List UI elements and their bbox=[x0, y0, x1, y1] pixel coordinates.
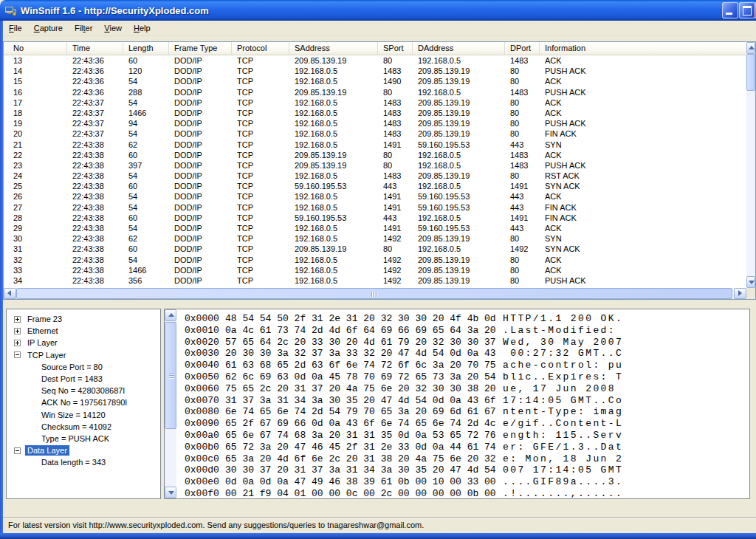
menu-item-filter[interactable]: Filter bbox=[69, 22, 98, 35]
column-header-time[interactable]: Time bbox=[67, 42, 123, 55]
window-bottom-border[interactable] bbox=[0, 533, 756, 539]
maximize-button[interactable] bbox=[739, 2, 755, 18]
cell-information: PUSH ACK bbox=[540, 160, 746, 171]
scroll-right-button[interactable] bbox=[734, 288, 746, 299]
hex-offset: 0x0000 bbox=[185, 313, 225, 325]
menu-item-view[interactable]: View bbox=[98, 22, 128, 35]
scroll-up-button[interactable] bbox=[746, 42, 755, 54]
cell-dport: 443 bbox=[505, 223, 540, 233]
scroll-up-button[interactable] bbox=[165, 309, 176, 321]
cell-length: 54 bbox=[123, 191, 169, 202]
tree-item[interactable]: Data Layer bbox=[7, 444, 160, 456]
table-row[interactable]: 3222:43:3854DOD/IPTCP192.168.0.51492209.… bbox=[4, 255, 746, 265]
tree-item[interactable]: Data length = 343 bbox=[7, 456, 160, 468]
hex-row: 0x009065 2f 67 69 66 0d 0a 43 6f 6e 74 6… bbox=[185, 418, 623, 430]
title-bar[interactable]: WinSniff 1.6 - http://SecurityXploded.co… bbox=[0, 0, 756, 21]
column-header-saddress[interactable]: SAddress bbox=[289, 42, 378, 55]
hex-row: 0x003020 30 30 3a 32 37 3a 33 32 20 47 4… bbox=[185, 348, 623, 360]
table-row[interactable]: 3422:43:38356DOD/IPTCP192.168.0.51492209… bbox=[4, 275, 746, 286]
hex-bytes: 00 21 f9 04 01 00 00 0c 00 2c 00 00 00 0… bbox=[225, 488, 503, 499]
tree-item[interactable]: TCP Layer bbox=[7, 349, 160, 361]
table-row[interactable]: 2022:43:3754DOD/IPTCP192.168.0.51483209.… bbox=[4, 128, 746, 139]
column-header-no[interactable]: No bbox=[4, 42, 67, 55]
up-arrow-icon bbox=[749, 46, 755, 49]
scroll-left-button[interactable] bbox=[4, 288, 16, 299]
hex-vertical-scrollbar[interactable] bbox=[165, 309, 176, 498]
table-row[interactable]: 3022:43:3862DOD/IPTCP192.168.0.51492209.… bbox=[4, 233, 746, 244]
table-row[interactable]: 3322:43:381466DOD/IPTCP192.168.0.5149220… bbox=[4, 265, 746, 275]
cell-time: 22:43:38 bbox=[67, 160, 123, 171]
column-header-length[interactable]: Length bbox=[123, 42, 169, 55]
window-left-border[interactable] bbox=[0, 21, 3, 533]
column-header-frame-type[interactable]: Frame Type bbox=[169, 42, 232, 55]
tree-item[interactable]: ACK No = 1975617890l bbox=[7, 396, 160, 408]
vscroll-thumb[interactable] bbox=[165, 322, 176, 429]
tree-item[interactable]: Dest Port = 1483 bbox=[7, 373, 160, 385]
tree-item[interactable]: Seq No = 4280308687l bbox=[7, 385, 160, 396]
table-row[interactable]: 1922:43:3794DOD/IPTCP192.168.0.51483209.… bbox=[4, 118, 746, 128]
table-row[interactable]: 1822:43:371466DOD/IPTCP192.168.0.5148320… bbox=[4, 108, 746, 118]
column-header-daddress[interactable]: DAddress bbox=[413, 42, 505, 55]
tree-item[interactable]: IP Layer bbox=[7, 337, 160, 349]
hex-bytes: 65 6e 67 74 68 3a 20 31 31 35 0d 0a 53 6… bbox=[225, 430, 503, 442]
tree-item[interactable]: Source Port = 80 bbox=[7, 361, 160, 373]
cell-protocol: TCP bbox=[232, 223, 289, 233]
table-row[interactable]: 3122:43:3860DOD/IPTCP209.85.139.1980192.… bbox=[4, 244, 746, 254]
table-row[interactable]: 1722:43:3754DOD/IPTCP192.168.0.51483209.… bbox=[4, 97, 746, 108]
table-row[interactable]: 1522:43:3654DOD/IPTCP192.168.0.51490209.… bbox=[4, 76, 746, 86]
window-title: WinSniff 1.6 - http://SecurityXploded.co… bbox=[21, 5, 209, 16]
cell-information: PUSH ACK bbox=[540, 118, 746, 128]
cell-frame-type: DOD/IP bbox=[169, 76, 232, 86]
menu-item-capture[interactable]: Capture bbox=[28, 22, 69, 35]
table-row[interactable]: 2722:43:3854DOD/IPTCP192.168.0.5149159.1… bbox=[4, 202, 746, 213]
table-row[interactable]: 2522:43:3860DOD/IPTCP59.160.195.53443192… bbox=[4, 181, 746, 191]
expand-icon[interactable] bbox=[14, 316, 21, 323]
tree-item[interactable]: Frame 23 bbox=[7, 313, 160, 325]
tree-item[interactable]: Win Size = 14120 bbox=[7, 409, 160, 421]
table-row[interactable]: 2622:43:3854DOD/IPTCP192.168.0.5149159.1… bbox=[4, 191, 746, 202]
table-row[interactable]: 2422:43:3854DOD/IPTCP192.168.0.51483209.… bbox=[4, 171, 746, 181]
table-row[interactable]: 1422:43:36120DOD/IPTCP192.168.0.51483209… bbox=[4, 66, 746, 76]
cell-sport: 1491 bbox=[378, 202, 413, 213]
table-row[interactable]: 1622:43:36288DOD/IPTCP209.85.139.1980192… bbox=[4, 87, 746, 97]
cell-saddress: 192.168.0.5 bbox=[289, 140, 378, 150]
cell-information: SYN bbox=[540, 140, 746, 150]
hex-ascii: 17:14:05 GMT..Co bbox=[503, 395, 623, 406]
hex-row: 0x00d030 30 37 20 31 37 3a 31 34 3a 30 3… bbox=[185, 464, 623, 476]
expand-icon[interactable] bbox=[14, 328, 21, 334]
list-horizontal-scrollbar[interactable] bbox=[4, 288, 746, 299]
column-header-protocol[interactable]: Protocol bbox=[232, 42, 289, 55]
cell-frame-type: DOD/IP bbox=[169, 202, 232, 213]
cell-no: 17 bbox=[4, 97, 67, 108]
column-header-sport[interactable]: SPort bbox=[378, 42, 413, 55]
tree-item[interactable]: Ethernet bbox=[7, 325, 160, 337]
column-header-dport[interactable]: DPort bbox=[505, 42, 540, 55]
list-vertical-scrollbar[interactable] bbox=[746, 42, 755, 288]
tree-item[interactable]: Type = PUSH ACK bbox=[7, 433, 160, 444]
table-row[interactable]: 2322:43:38397DOD/IPTCP209.85.139.1980192… bbox=[4, 160, 746, 171]
cell-dport: 80 bbox=[505, 66, 540, 76]
cell-frame-type: DOD/IP bbox=[169, 108, 232, 118]
table-row[interactable]: 2822:43:3860DOD/IPTCP59.160.195.53443192… bbox=[4, 213, 746, 223]
hscroll-thumb[interactable] bbox=[16, 288, 732, 299]
hex-bytes: 20 30 30 3a 32 37 3a 33 32 20 47 4d 54 0… bbox=[225, 348, 503, 360]
table-row[interactable]: 2922:43:3854DOD/IPTCP192.168.0.5149159.1… bbox=[4, 223, 746, 233]
scroll-down-button[interactable] bbox=[746, 276, 755, 288]
cell-dport: 80 bbox=[505, 255, 540, 265]
expand-icon[interactable] bbox=[14, 340, 21, 346]
cell-daddress: 209.85.139.19 bbox=[413, 128, 505, 139]
minimize-button[interactable] bbox=[722, 2, 738, 18]
vscroll-thumb[interactable] bbox=[746, 54, 755, 91]
table-row[interactable]: 2122:43:3862DOD/IPTCP192.168.0.5149159.1… bbox=[4, 140, 746, 150]
tree-item[interactable]: Checksum = 41092 bbox=[7, 421, 160, 433]
menu-item-help[interactable]: Help bbox=[128, 22, 157, 35]
scroll-down-button[interactable] bbox=[165, 487, 176, 498]
collapse-icon[interactable] bbox=[14, 351, 21, 358]
column-header-information[interactable]: Information bbox=[540, 42, 746, 55]
table-row[interactable]: 1322:43:3660DOD/IPTCP209.85.139.1980192.… bbox=[4, 55, 746, 66]
menu-item-file[interactable]: File bbox=[3, 22, 28, 35]
cell-daddress: 192.168.0.5 bbox=[413, 87, 505, 97]
table-row[interactable]: 2222:43:3860DOD/IPTCP209.85.139.1980192.… bbox=[4, 150, 746, 160]
cell-no: 19 bbox=[4, 118, 67, 128]
collapse-icon[interactable] bbox=[14, 447, 21, 454]
